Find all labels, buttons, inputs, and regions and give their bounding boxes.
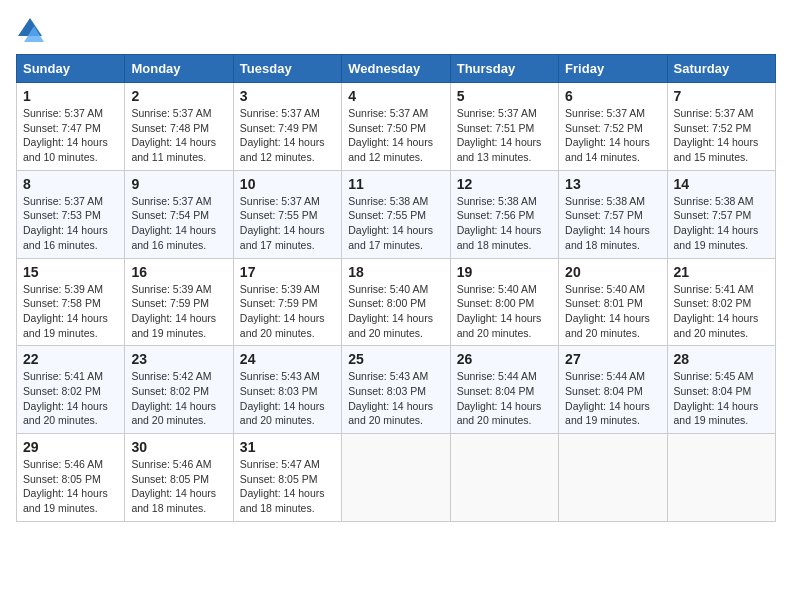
day-number: 2 xyxy=(131,88,226,104)
cell-content: Sunrise: 5:40 AM Sunset: 8:00 PM Dayligh… xyxy=(457,282,552,341)
weekday-header-row: SundayMondayTuesdayWednesdayThursdayFrid… xyxy=(17,55,776,83)
day-number: 12 xyxy=(457,176,552,192)
calendar-cell: 8 Sunrise: 5:37 AM Sunset: 7:53 PM Dayli… xyxy=(17,170,125,258)
cell-content: Sunrise: 5:43 AM Sunset: 8:03 PM Dayligh… xyxy=(348,369,443,428)
cell-content: Sunrise: 5:37 AM Sunset: 7:52 PM Dayligh… xyxy=(565,106,660,165)
calendar-cell: 21 Sunrise: 5:41 AM Sunset: 8:02 PM Dayl… xyxy=(667,258,775,346)
day-number: 7 xyxy=(674,88,769,104)
cell-content: Sunrise: 5:41 AM Sunset: 8:02 PM Dayligh… xyxy=(674,282,769,341)
calendar-cell: 19 Sunrise: 5:40 AM Sunset: 8:00 PM Dayl… xyxy=(450,258,558,346)
calendar-cell: 23 Sunrise: 5:42 AM Sunset: 8:02 PM Dayl… xyxy=(125,346,233,434)
cell-content: Sunrise: 5:45 AM Sunset: 8:04 PM Dayligh… xyxy=(674,369,769,428)
cell-content: Sunrise: 5:37 AM Sunset: 7:48 PM Dayligh… xyxy=(131,106,226,165)
cell-content: Sunrise: 5:38 AM Sunset: 7:55 PM Dayligh… xyxy=(348,194,443,253)
calendar-table: SundayMondayTuesdayWednesdayThursdayFrid… xyxy=(16,54,776,522)
calendar-cell: 7 Sunrise: 5:37 AM Sunset: 7:52 PM Dayli… xyxy=(667,83,775,171)
cell-content: Sunrise: 5:39 AM Sunset: 7:59 PM Dayligh… xyxy=(240,282,335,341)
calendar-cell: 25 Sunrise: 5:43 AM Sunset: 8:03 PM Dayl… xyxy=(342,346,450,434)
cell-content: Sunrise: 5:37 AM Sunset: 7:47 PM Dayligh… xyxy=(23,106,118,165)
cell-content: Sunrise: 5:38 AM Sunset: 7:57 PM Dayligh… xyxy=(674,194,769,253)
day-number: 4 xyxy=(348,88,443,104)
day-number: 13 xyxy=(565,176,660,192)
week-row-4: 22 Sunrise: 5:41 AM Sunset: 8:02 PM Dayl… xyxy=(17,346,776,434)
calendar-cell: 28 Sunrise: 5:45 AM Sunset: 8:04 PM Dayl… xyxy=(667,346,775,434)
day-number: 22 xyxy=(23,351,118,367)
weekday-header-sunday: Sunday xyxy=(17,55,125,83)
week-row-3: 15 Sunrise: 5:39 AM Sunset: 7:58 PM Dayl… xyxy=(17,258,776,346)
weekday-header-monday: Monday xyxy=(125,55,233,83)
day-number: 5 xyxy=(457,88,552,104)
calendar-cell xyxy=(559,434,667,522)
day-number: 27 xyxy=(565,351,660,367)
day-number: 3 xyxy=(240,88,335,104)
day-number: 9 xyxy=(131,176,226,192)
calendar-cell xyxy=(667,434,775,522)
calendar-cell: 26 Sunrise: 5:44 AM Sunset: 8:04 PM Dayl… xyxy=(450,346,558,434)
cell-content: Sunrise: 5:41 AM Sunset: 8:02 PM Dayligh… xyxy=(23,369,118,428)
cell-content: Sunrise: 5:40 AM Sunset: 8:01 PM Dayligh… xyxy=(565,282,660,341)
weekday-header-thursday: Thursday xyxy=(450,55,558,83)
week-row-5: 29 Sunrise: 5:46 AM Sunset: 8:05 PM Dayl… xyxy=(17,434,776,522)
cell-content: Sunrise: 5:44 AM Sunset: 8:04 PM Dayligh… xyxy=(565,369,660,428)
day-number: 19 xyxy=(457,264,552,280)
day-number: 18 xyxy=(348,264,443,280)
day-number: 23 xyxy=(131,351,226,367)
cell-content: Sunrise: 5:42 AM Sunset: 8:02 PM Dayligh… xyxy=(131,369,226,428)
cell-content: Sunrise: 5:39 AM Sunset: 7:58 PM Dayligh… xyxy=(23,282,118,341)
day-number: 26 xyxy=(457,351,552,367)
calendar-cell xyxy=(342,434,450,522)
day-number: 8 xyxy=(23,176,118,192)
calendar-cell: 24 Sunrise: 5:43 AM Sunset: 8:03 PM Dayl… xyxy=(233,346,341,434)
cell-content: Sunrise: 5:46 AM Sunset: 8:05 PM Dayligh… xyxy=(23,457,118,516)
cell-content: Sunrise: 5:47 AM Sunset: 8:05 PM Dayligh… xyxy=(240,457,335,516)
cell-content: Sunrise: 5:40 AM Sunset: 8:00 PM Dayligh… xyxy=(348,282,443,341)
day-number: 24 xyxy=(240,351,335,367)
calendar-cell: 29 Sunrise: 5:46 AM Sunset: 8:05 PM Dayl… xyxy=(17,434,125,522)
day-number: 1 xyxy=(23,88,118,104)
day-number: 11 xyxy=(348,176,443,192)
cell-content: Sunrise: 5:37 AM Sunset: 7:51 PM Dayligh… xyxy=(457,106,552,165)
day-number: 28 xyxy=(674,351,769,367)
calendar-cell: 30 Sunrise: 5:46 AM Sunset: 8:05 PM Dayl… xyxy=(125,434,233,522)
day-number: 10 xyxy=(240,176,335,192)
cell-content: Sunrise: 5:37 AM Sunset: 7:53 PM Dayligh… xyxy=(23,194,118,253)
day-number: 6 xyxy=(565,88,660,104)
cell-content: Sunrise: 5:38 AM Sunset: 7:57 PM Dayligh… xyxy=(565,194,660,253)
day-number: 20 xyxy=(565,264,660,280)
calendar-cell: 6 Sunrise: 5:37 AM Sunset: 7:52 PM Dayli… xyxy=(559,83,667,171)
weekday-header-friday: Friday xyxy=(559,55,667,83)
calendar-cell: 2 Sunrise: 5:37 AM Sunset: 7:48 PM Dayli… xyxy=(125,83,233,171)
calendar-cell: 13 Sunrise: 5:38 AM Sunset: 7:57 PM Dayl… xyxy=(559,170,667,258)
calendar-cell: 5 Sunrise: 5:37 AM Sunset: 7:51 PM Dayli… xyxy=(450,83,558,171)
calendar-cell: 4 Sunrise: 5:37 AM Sunset: 7:50 PM Dayli… xyxy=(342,83,450,171)
day-number: 17 xyxy=(240,264,335,280)
cell-content: Sunrise: 5:46 AM Sunset: 8:05 PM Dayligh… xyxy=(131,457,226,516)
day-number: 30 xyxy=(131,439,226,455)
day-number: 14 xyxy=(674,176,769,192)
cell-content: Sunrise: 5:37 AM Sunset: 7:52 PM Dayligh… xyxy=(674,106,769,165)
day-number: 25 xyxy=(348,351,443,367)
day-number: 31 xyxy=(240,439,335,455)
calendar-cell: 18 Sunrise: 5:40 AM Sunset: 8:00 PM Dayl… xyxy=(342,258,450,346)
cell-content: Sunrise: 5:37 AM Sunset: 7:55 PM Dayligh… xyxy=(240,194,335,253)
weekday-header-saturday: Saturday xyxy=(667,55,775,83)
logo xyxy=(16,16,48,44)
cell-content: Sunrise: 5:38 AM Sunset: 7:56 PM Dayligh… xyxy=(457,194,552,253)
calendar-cell: 27 Sunrise: 5:44 AM Sunset: 8:04 PM Dayl… xyxy=(559,346,667,434)
calendar-cell: 12 Sunrise: 5:38 AM Sunset: 7:56 PM Dayl… xyxy=(450,170,558,258)
calendar-cell: 15 Sunrise: 5:39 AM Sunset: 7:58 PM Dayl… xyxy=(17,258,125,346)
weekday-header-wednesday: Wednesday xyxy=(342,55,450,83)
cell-content: Sunrise: 5:43 AM Sunset: 8:03 PM Dayligh… xyxy=(240,369,335,428)
calendar-cell: 14 Sunrise: 5:38 AM Sunset: 7:57 PM Dayl… xyxy=(667,170,775,258)
calendar-cell: 9 Sunrise: 5:37 AM Sunset: 7:54 PM Dayli… xyxy=(125,170,233,258)
header xyxy=(16,16,776,44)
day-number: 29 xyxy=(23,439,118,455)
day-number: 16 xyxy=(131,264,226,280)
calendar-cell: 20 Sunrise: 5:40 AM Sunset: 8:01 PM Dayl… xyxy=(559,258,667,346)
cell-content: Sunrise: 5:37 AM Sunset: 7:50 PM Dayligh… xyxy=(348,106,443,165)
calendar-cell: 31 Sunrise: 5:47 AM Sunset: 8:05 PM Dayl… xyxy=(233,434,341,522)
logo-icon xyxy=(16,16,44,44)
calendar-cell: 22 Sunrise: 5:41 AM Sunset: 8:02 PM Dayl… xyxy=(17,346,125,434)
cell-content: Sunrise: 5:37 AM Sunset: 7:49 PM Dayligh… xyxy=(240,106,335,165)
calendar-cell: 10 Sunrise: 5:37 AM Sunset: 7:55 PM Dayl… xyxy=(233,170,341,258)
